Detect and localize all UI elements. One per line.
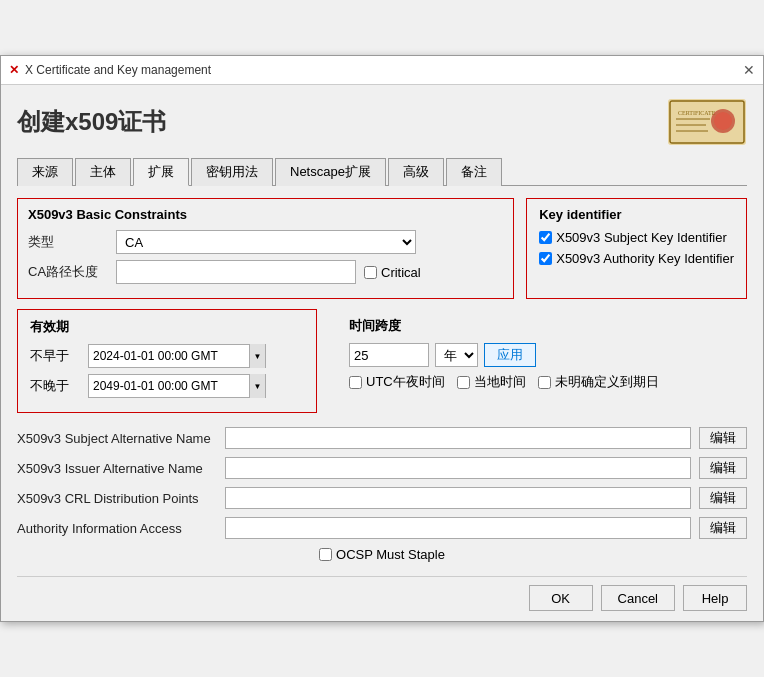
tab-netscape[interactable]: Netscape扩展 (275, 158, 386, 186)
tabs-bar: 来源 主体 扩展 密钥用法 Netscape扩展 高级 备注 (17, 157, 747, 186)
undefined-label: 未明确定义到期日 (538, 373, 659, 391)
ext-fields-section: X509v3 Subject Alternative Name 编辑 X509v… (17, 427, 747, 539)
ext-field-row-2: X509v3 CRL Distribution Points 编辑 (17, 487, 747, 509)
local-label: 当地时间 (457, 373, 526, 391)
svg-point-3 (714, 112, 732, 130)
ocsp-row: OCSP Must Staple (17, 547, 747, 562)
local-checkbox[interactable] (457, 376, 470, 389)
type-label: 类型 (28, 233, 108, 251)
ext-field-row-1: X509v3 Issuer Alternative Name 编辑 (17, 457, 747, 479)
subject-key-row: X509v3 Subject Key Identifier (539, 230, 734, 245)
not-before-label: 不早于 (30, 347, 80, 365)
authority-key-checkbox[interactable] (539, 252, 552, 265)
ext-label-0: X509v3 Subject Alternative Name (17, 431, 217, 446)
ext-input-1[interactable] (225, 457, 691, 479)
subject-key-checkbox[interactable] (539, 231, 552, 244)
window-body: 创建x509证书 CERTIFICATE 来源 主体 扩展 密钥用法 (1, 85, 763, 621)
validity-group: 有效期 不早于 ▼ 不晚于 ▼ (17, 309, 317, 413)
ext-label-2: X509v3 CRL Distribution Points (17, 491, 217, 506)
apply-button[interactable]: 应用 (484, 343, 536, 367)
tab-keyusage[interactable]: 密钥用法 (191, 158, 273, 186)
time-span-input[interactable] (349, 343, 429, 367)
not-after-arrow[interactable]: ▼ (249, 374, 265, 398)
not-after-label: 不晚于 (30, 377, 80, 395)
close-button[interactable]: ✕ (743, 62, 755, 78)
page-header: 创建x509证书 CERTIFICATE (17, 97, 747, 147)
ext-field-row-3: Authority Information Access 编辑 (17, 517, 747, 539)
not-after-input[interactable] (89, 377, 249, 395)
ext-edit-btn-0[interactable]: 编辑 (699, 427, 747, 449)
cert-logo: CERTIFICATE (667, 97, 747, 147)
cert-logo-svg: CERTIFICATE (668, 99, 746, 145)
unit-select[interactable]: 年 (435, 343, 478, 367)
ok-button[interactable]: OK (529, 585, 593, 611)
subject-key-label: X509v3 Subject Key Identifier (539, 230, 727, 245)
path-label: CA路径长度 (28, 263, 108, 281)
ocsp-label: OCSP Must Staple (319, 547, 445, 562)
tab-advanced[interactable]: 高级 (388, 158, 444, 186)
ext-field-row-0: X509v3 Subject Alternative Name 编辑 (17, 427, 747, 449)
tab-subject[interactable]: 主体 (75, 158, 131, 186)
validity-section: 有效期 不早于 ▼ 不晚于 ▼ 时间跨度 (17, 309, 747, 413)
utc-checkbox[interactable] (349, 376, 362, 389)
tab-notes[interactable]: 备注 (446, 158, 502, 186)
ext-label-3: Authority Information Access (17, 521, 217, 536)
authority-key-label: X509v3 Authority Key Identifier (539, 251, 734, 266)
ext-input-2[interactable] (225, 487, 691, 509)
type-row: 类型 CA (28, 230, 503, 254)
ext-input-0[interactable] (225, 427, 691, 449)
time-span-input-row: 年 应用 (349, 343, 659, 367)
footer-buttons: OK Cancel Help (17, 576, 747, 611)
time-span-title: 时间跨度 (349, 317, 659, 335)
not-before-arrow[interactable]: ▼ (249, 344, 265, 368)
basic-constraints-title: X509v3 Basic Constraints (28, 207, 503, 222)
path-input[interactable] (116, 260, 356, 284)
ext-input-3[interactable] (225, 517, 691, 539)
ocsp-checkbox[interactable] (319, 548, 332, 561)
ext-label-1: X509v3 Issuer Alternative Name (17, 461, 217, 476)
title-bar: ✕ X Certificate and Key management ✕ (1, 56, 763, 85)
title-bar-left: ✕ X Certificate and Key management (9, 63, 211, 77)
tab-source[interactable]: 来源 (17, 158, 73, 186)
critical-checkbox[interactable] (364, 266, 377, 279)
cancel-button[interactable]: Cancel (601, 585, 675, 611)
not-after-input-wrap: ▼ (88, 374, 266, 398)
window-icon: ✕ (9, 63, 19, 77)
not-after-row: 不晚于 ▼ (30, 374, 304, 398)
undefined-checkbox[interactable] (538, 376, 551, 389)
basic-constraints-box: X509v3 Basic Constraints 类型 CA CA路径长度 Cr… (17, 198, 514, 299)
help-button[interactable]: Help (683, 585, 747, 611)
ext-edit-btn-1[interactable]: 编辑 (699, 457, 747, 479)
critical-label: Critical (364, 265, 421, 280)
time-options-row: UTC午夜时间 当地时间 未明确定义到期日 (349, 373, 659, 391)
path-row: CA路径长度 Critical (28, 260, 503, 284)
ext-edit-btn-3[interactable]: 编辑 (699, 517, 747, 539)
ext-edit-btn-2[interactable]: 编辑 (699, 487, 747, 509)
main-window: ✕ X Certificate and Key management ✕ 创建x… (0, 55, 764, 622)
authority-key-row: X509v3 Authority Key Identifier (539, 251, 734, 266)
window-title: X Certificate and Key management (25, 63, 211, 77)
key-identifier-box: Key identifier X509v3 Subject Key Identi… (526, 198, 747, 299)
top-sections: X509v3 Basic Constraints 类型 CA CA路径长度 Cr… (17, 198, 747, 299)
page-title: 创建x509证书 (17, 106, 166, 138)
validity-title: 有效期 (30, 318, 304, 336)
tab-extension[interactable]: 扩展 (133, 158, 189, 186)
not-before-row: 不早于 ▼ (30, 344, 304, 368)
not-before-input-wrap: ▼ (88, 344, 266, 368)
time-span-group: 时间跨度 年 应用 UTC午夜时间 当地时间 (337, 309, 671, 413)
not-before-input[interactable] (89, 347, 249, 365)
type-select[interactable]: CA (116, 230, 416, 254)
svg-text:CERTIFICATE: CERTIFICATE (678, 110, 716, 116)
key-identifier-title: Key identifier (539, 207, 734, 222)
utc-label: UTC午夜时间 (349, 373, 445, 391)
